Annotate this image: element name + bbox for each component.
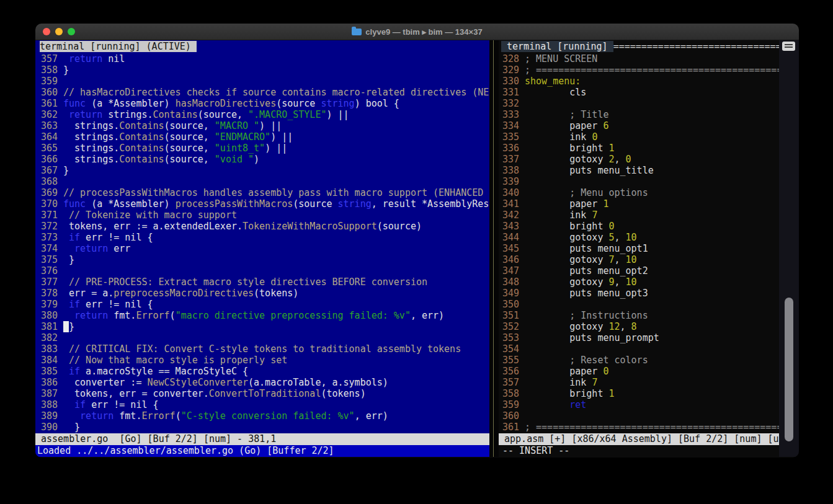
line-number: 364 — [41, 131, 58, 143]
code-token: , — [615, 276, 626, 288]
code-line: 346 gotoxy 7, 10 — [499, 254, 779, 265]
code-line: 359 ret — [499, 399, 779, 410]
line-number: 329 — [502, 64, 519, 76]
code-token: puts menu_opt1 — [525, 243, 648, 254]
code-token: paper — [525, 366, 603, 377]
code-line: 352 gotoxy 12, 8 — [499, 321, 779, 332]
line-number: 334 — [502, 120, 519, 131]
code-token: ConvertToTraditional — [209, 388, 321, 399]
code-token: , — [615, 254, 626, 265]
code-token: 10 — [626, 232, 637, 243]
code-token: gotoxy — [525, 154, 608, 165]
right-status-bar: app.asm [+] [x86/x64 Assembly] [Buf 2/2]… — [499, 433, 779, 445]
close-button[interactable] — [43, 28, 50, 35]
code-line: 335 ink 0 — [499, 131, 779, 143]
minimize-button[interactable] — [55, 28, 63, 35]
line-number: 332 — [502, 98, 519, 109]
code-line: 342 ink 7 — [499, 210, 779, 221]
code-line: 363 strings.Contains(source, "MACRO ") |… — [35, 120, 489, 131]
code-line: 373 if err != nil { — [35, 232, 489, 243]
code-token: func — [63, 98, 86, 109]
insert-mode-indicator: -- INSERT -- — [499, 445, 779, 457]
code-token: gotoxy — [525, 232, 608, 243]
code-token: a.macroStyle == MacroStyleC { — [80, 366, 248, 377]
code-token: // PRE-PROCESS: Extract macro style dire… — [69, 276, 427, 288]
code-token: , — [615, 232, 626, 243]
code-line: 368 — [35, 176, 489, 187]
code-line: 331 cls — [499, 87, 779, 98]
code-token: (source, — [198, 109, 248, 120]
code-line: 334 paper 6 — [499, 120, 779, 131]
code-token: err != nil { — [80, 299, 153, 310]
line-number: 340 — [502, 187, 519, 198]
line-number: 371 — [41, 210, 58, 221]
code-line: 372 tokens, err := a.extendedLexer.Token… — [35, 221, 489, 232]
code-token: ; ======================================… — [525, 422, 779, 433]
code-token: , — [620, 321, 631, 332]
code-token: 8 — [631, 321, 637, 332]
code-line: 380 return fmt.Errorf("macro directive p… — [35, 310, 489, 321]
code-token: strings. — [102, 109, 153, 120]
code-token: ret — [569, 399, 586, 410]
code-token: puts menu_opt3 — [525, 288, 648, 299]
line-number: 378 — [41, 288, 58, 299]
left-pane-header[interactable]: terminal [running] (ACTIVE) — [35, 40, 489, 53]
code-line: 390 } — [35, 422, 489, 433]
line-number: 330 — [502, 76, 519, 87]
code-line: 340 ; Menu options — [499, 187, 779, 198]
code-token — [525, 399, 569, 410]
line-number: 331 — [502, 87, 519, 98]
code-line: 369// processPassWithMacros handles asse… — [35, 187, 489, 198]
code-token: ( — [170, 310, 176, 321]
code-token: } — [63, 254, 74, 265]
code-token: Errorf — [136, 310, 169, 321]
pane-menu-icon[interactable] — [782, 42, 795, 51]
code-token: gotoxy — [525, 321, 608, 332]
code-token: (tokens) — [254, 288, 298, 299]
code-token: , err) — [411, 310, 444, 321]
right-pane-header[interactable]: terminal [running] =====================… — [499, 40, 779, 53]
code-token: err != nil { — [86, 399, 158, 410]
code-line: 353 puts menu_prompt — [499, 332, 779, 343]
line-number: 367 — [41, 165, 58, 176]
scrollbar[interactable] — [779, 40, 799, 457]
code-line: 382 — [35, 332, 489, 343]
code-line: 364 strings.Contains(source, "ENDMACRO")… — [35, 131, 489, 143]
code-token: ; Reset colors — [525, 355, 648, 366]
code-token: 10 — [626, 276, 637, 288]
code-token: cls — [525, 87, 586, 98]
code-token: if — [69, 232, 80, 243]
code-token: , — [615, 154, 626, 165]
right-code-area[interactable]: 328; MENU SCREEN329; ===================… — [499, 53, 779, 433]
code-token: ) || — [265, 143, 287, 154]
code-token — [63, 355, 69, 366]
code-token: } — [63, 64, 69, 76]
scrollbar-thumb[interactable] — [785, 298, 793, 441]
line-number: 338 — [502, 165, 519, 176]
line-number: 377 — [41, 276, 58, 288]
code-line: 341 paper 1 — [499, 198, 779, 210]
zoom-button[interactable] — [68, 28, 75, 35]
code-token: hasMacroDirectives — [176, 98, 277, 109]
code-token — [63, 299, 69, 310]
code-token: 2 — [608, 154, 614, 165]
code-token: "C-style conversion failed: %v" — [181, 410, 355, 422]
code-token — [63, 109, 69, 120]
line-number: 346 — [502, 254, 519, 265]
code-token: (source, — [164, 154, 215, 165]
code-token: 1 — [608, 388, 614, 399]
window-titlebar[interactable]: clyve9 — tbim ▸ bim — 134×37 — [35, 24, 799, 40]
code-line: 330show_menu: — [499, 76, 779, 87]
left-code-area[interactable]: 357 return nil358}359360// hasMacroDirec… — [35, 53, 489, 433]
pane-divider[interactable] — [489, 40, 499, 457]
left-message-line: Loaded ../../assembler/assembler.go (Go)… — [35, 445, 489, 457]
line-number: 384 — [41, 355, 58, 366]
line-number: 360 — [502, 410, 519, 422]
code-token: bright — [525, 388, 608, 399]
code-token: return — [74, 310, 108, 321]
code-token: fmt. — [114, 410, 141, 422]
code-token: ; Menu options — [525, 187, 648, 198]
line-number: 359 — [41, 76, 58, 87]
code-token: // processPassWithMacros handles assembl… — [63, 187, 483, 198]
line-number: 349 — [502, 288, 519, 299]
